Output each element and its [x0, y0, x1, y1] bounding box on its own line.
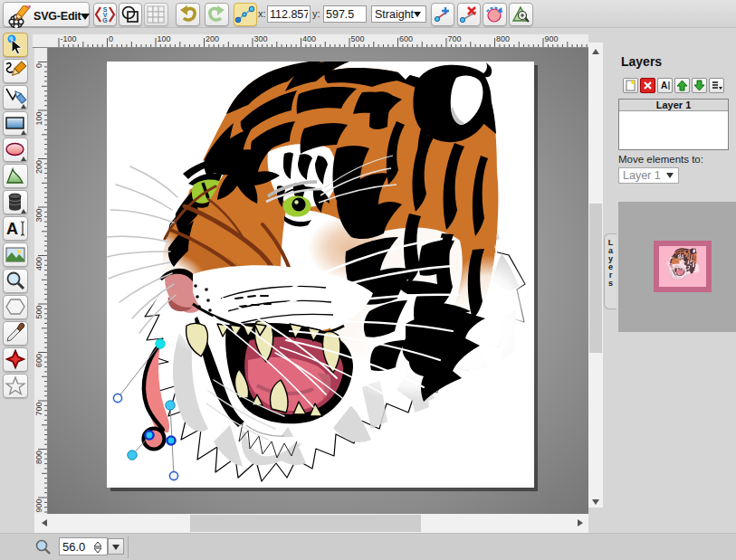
svg-text:700: 700 [34, 403, 43, 416]
svg-text:A: A [6, 220, 18, 238]
svg-text:800: 800 [496, 34, 510, 43]
svg-text:300: 300 [254, 34, 268, 43]
svg-text:A: A [661, 81, 667, 90]
svg-text:900: 900 [545, 34, 559, 43]
svg-text:700: 700 [448, 34, 462, 43]
svg-text:400: 400 [34, 257, 43, 271]
svg-text:600: 600 [34, 354, 43, 367]
svg-text:900: 900 [34, 499, 43, 513]
svg-text:200: 200 [206, 34, 219, 43]
svg-text:200: 200 [34, 160, 43, 174]
svg-text:600: 600 [399, 34, 413, 43]
svg-text:0: 0 [109, 34, 113, 43]
svg-text:-100: -100 [61, 34, 77, 43]
svg-text:500: 500 [351, 34, 365, 43]
svg-text:400: 400 [302, 34, 316, 43]
svg-text:100: 100 [34, 112, 43, 126]
svg-text:800: 800 [34, 451, 43, 464]
svg-text:500: 500 [34, 306, 43, 319]
svg-text:100: 100 [158, 34, 171, 43]
svg-text:0: 0 [34, 63, 43, 68]
svg-text:G: G [102, 17, 108, 24]
svg-text:300: 300 [34, 209, 43, 223]
